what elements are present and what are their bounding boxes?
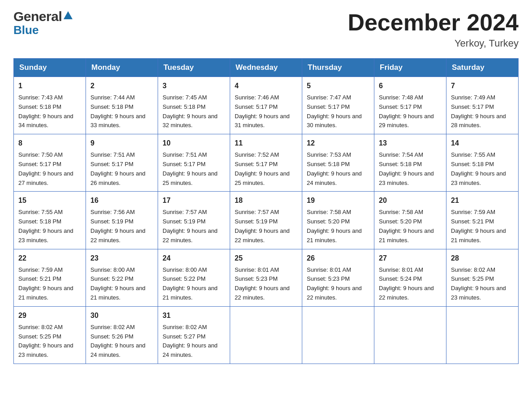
calendar-table: Sunday Monday Tuesday Wednesday Thursday… <box>13 58 519 364</box>
col-friday: Friday <box>374 59 446 77</box>
day-number: 5 <box>307 81 369 91</box>
table-row: 11Sunrise: 7:52 AMSunset: 5:17 PMDayligh… <box>230 134 302 192</box>
sunset-text: Sunset: 5:17 PM <box>451 103 514 112</box>
col-saturday: Saturday <box>446 59 519 77</box>
day-info: Sunrise: 7:55 AMSunset: 5:18 PMDaylight:… <box>451 150 514 188</box>
sunset-text: Sunset: 5:18 PM <box>90 103 153 112</box>
day-number: 12 <box>307 138 369 149</box>
daylight-text: Daylight: 9 hours and 22 minutes. <box>307 284 369 303</box>
daylight-text: Daylight: 9 hours and 21 minutes. <box>163 284 225 303</box>
sunset-text: Sunset: 5:19 PM <box>90 217 153 227</box>
day-number: 1 <box>18 81 81 91</box>
day-number: 25 <box>235 253 297 264</box>
day-info: Sunrise: 7:53 AMSunset: 5:18 PMDaylight:… <box>307 150 369 188</box>
col-monday: Monday <box>86 59 158 77</box>
sunset-text: Sunset: 5:17 PM <box>379 103 442 112</box>
day-number: 31 <box>163 310 225 321</box>
sunrise-text: Sunrise: 7:49 AM <box>451 93 514 103</box>
table-row: 14Sunrise: 7:55 AMSunset: 5:18 PMDayligh… <box>446 134 519 192</box>
sunset-text: Sunset: 5:18 PM <box>379 160 442 169</box>
table-row: 28Sunrise: 8:02 AMSunset: 5:25 PMDayligh… <box>446 249 519 306</box>
day-info: Sunrise: 8:00 AMSunset: 5:22 PMDaylight:… <box>163 265 225 303</box>
day-info: Sunrise: 8:01 AMSunset: 5:23 PMDaylight:… <box>307 265 369 303</box>
table-row: 10Sunrise: 7:51 AMSunset: 5:17 PMDayligh… <box>158 134 230 192</box>
day-number: 6 <box>379 81 442 91</box>
day-info: Sunrise: 7:56 AMSunset: 5:19 PMDaylight:… <box>90 208 153 245</box>
daylight-text: Daylight: 9 hours and 22 minutes. <box>163 227 225 245</box>
daylight-text: Daylight: 9 hours and 34 minutes. <box>18 112 81 131</box>
daylight-text: Daylight: 9 hours and 23 minutes. <box>451 169 514 188</box>
daylight-text: Daylight: 9 hours and 24 minutes. <box>90 341 153 360</box>
sunset-text: Sunset: 5:17 PM <box>235 160 297 169</box>
daylight-text: Daylight: 9 hours and 24 minutes. <box>307 169 369 188</box>
day-number: 22 <box>18 253 81 264</box>
table-row: 26Sunrise: 8:01 AMSunset: 5:23 PMDayligh… <box>302 249 374 306</box>
sunset-text: Sunset: 5:19 PM <box>235 217 297 227</box>
table-row: 20Sunrise: 7:58 AMSunset: 5:20 PMDayligh… <box>374 192 446 249</box>
day-number: 21 <box>451 195 514 206</box>
table-row: 16Sunrise: 7:56 AMSunset: 5:19 PMDayligh… <box>86 192 158 249</box>
sunrise-text: Sunrise: 7:58 AM <box>379 208 442 217</box>
sunset-text: Sunset: 5:24 PM <box>379 274 442 284</box>
day-number: 4 <box>235 81 297 91</box>
sunrise-text: Sunrise: 7:47 AM <box>307 93 369 103</box>
daylight-text: Daylight: 9 hours and 22 minutes. <box>90 227 153 245</box>
day-info: Sunrise: 7:45 AMSunset: 5:18 PMDaylight:… <box>163 93 225 130</box>
sunset-text: Sunset: 5:17 PM <box>235 103 297 112</box>
sunrise-text: Sunrise: 8:01 AM <box>235 265 297 275</box>
table-row: 6Sunrise: 7:48 AMSunset: 5:17 PMDaylight… <box>374 77 446 134</box>
sunset-text: Sunset: 5:20 PM <box>307 217 369 227</box>
sunrise-text: Sunrise: 7:58 AM <box>307 208 369 217</box>
day-info: Sunrise: 7:59 AMSunset: 5:21 PMDaylight:… <box>451 208 514 245</box>
sunrise-text: Sunrise: 7:53 AM <box>307 150 369 160</box>
table-row: 9Sunrise: 7:51 AMSunset: 5:17 PMDaylight… <box>86 134 158 192</box>
day-info: Sunrise: 7:55 AMSunset: 5:18 PMDaylight:… <box>18 208 81 245</box>
day-info: Sunrise: 7:51 AMSunset: 5:17 PMDaylight:… <box>163 150 225 188</box>
daylight-text: Daylight: 9 hours and 21 minutes. <box>90 284 153 303</box>
sunset-text: Sunset: 5:17 PM <box>163 160 225 169</box>
sunrise-text: Sunrise: 7:44 AM <box>90 93 153 103</box>
day-info: Sunrise: 8:02 AMSunset: 5:26 PMDaylight:… <box>90 323 153 360</box>
sunrise-text: Sunrise: 8:02 AM <box>451 265 514 275</box>
table-row: 30Sunrise: 8:02 AMSunset: 5:26 PMDayligh… <box>86 306 158 364</box>
logo-triangle-icon <box>64 11 73 19</box>
table-row: 8Sunrise: 7:50 AMSunset: 5:17 PMDaylight… <box>14 134 86 192</box>
sunset-text: Sunset: 5:23 PM <box>235 274 297 284</box>
day-number: 27 <box>379 253 442 264</box>
sunrise-text: Sunrise: 7:55 AM <box>18 208 81 217</box>
sunrise-text: Sunrise: 7:57 AM <box>163 208 225 217</box>
sunset-text: Sunset: 5:18 PM <box>18 103 81 112</box>
sunrise-text: Sunrise: 8:02 AM <box>163 323 225 332</box>
page-header: General Blue December 2024 Yerkoy, Turke… <box>13 9 519 49</box>
table-row: 29Sunrise: 8:02 AMSunset: 5:25 PMDayligh… <box>14 306 86 364</box>
table-row: 23Sunrise: 8:00 AMSunset: 5:22 PMDayligh… <box>86 249 158 306</box>
sunset-text: Sunset: 5:25 PM <box>18 332 81 342</box>
day-number: 15 <box>18 195 81 206</box>
sunset-text: Sunset: 5:17 PM <box>90 160 153 169</box>
day-number: 11 <box>235 138 297 149</box>
calendar-week-row: 29Sunrise: 8:02 AMSunset: 5:25 PMDayligh… <box>14 306 519 364</box>
sunset-text: Sunset: 5:18 PM <box>451 160 514 169</box>
table-row: 19Sunrise: 7:58 AMSunset: 5:20 PMDayligh… <box>302 192 374 249</box>
table-row: 31Sunrise: 8:02 AMSunset: 5:27 PMDayligh… <box>158 306 230 364</box>
day-number: 24 <box>163 253 225 264</box>
daylight-text: Daylight: 9 hours and 21 minutes. <box>18 284 81 303</box>
day-info: Sunrise: 7:57 AMSunset: 5:19 PMDaylight:… <box>163 208 225 245</box>
logo: General Blue <box>13 9 73 37</box>
table-row: 2Sunrise: 7:44 AMSunset: 5:18 PMDaylight… <box>86 77 158 134</box>
location-subtitle: Yerkoy, Turkey <box>348 38 519 49</box>
daylight-text: Daylight: 9 hours and 28 minutes. <box>451 112 514 131</box>
day-number: 17 <box>163 195 225 206</box>
day-info: Sunrise: 8:01 AMSunset: 5:23 PMDaylight:… <box>235 265 297 303</box>
title-block: December 2024 Yerkoy, Turkey <box>348 9 519 49</box>
logo-blue-text: Blue <box>13 23 73 37</box>
sunset-text: Sunset: 5:17 PM <box>307 103 369 112</box>
sunrise-text: Sunrise: 7:45 AM <box>163 93 225 103</box>
daylight-text: Daylight: 9 hours and 21 minutes. <box>307 227 369 245</box>
sunrise-text: Sunrise: 8:02 AM <box>90 323 153 332</box>
daylight-text: Daylight: 9 hours and 22 minutes. <box>379 284 442 303</box>
day-number: 2 <box>90 81 153 91</box>
calendar-header-row: Sunday Monday Tuesday Wednesday Thursday… <box>14 59 519 77</box>
daylight-text: Daylight: 9 hours and 21 minutes. <box>451 227 514 245</box>
col-tuesday: Tuesday <box>158 59 230 77</box>
